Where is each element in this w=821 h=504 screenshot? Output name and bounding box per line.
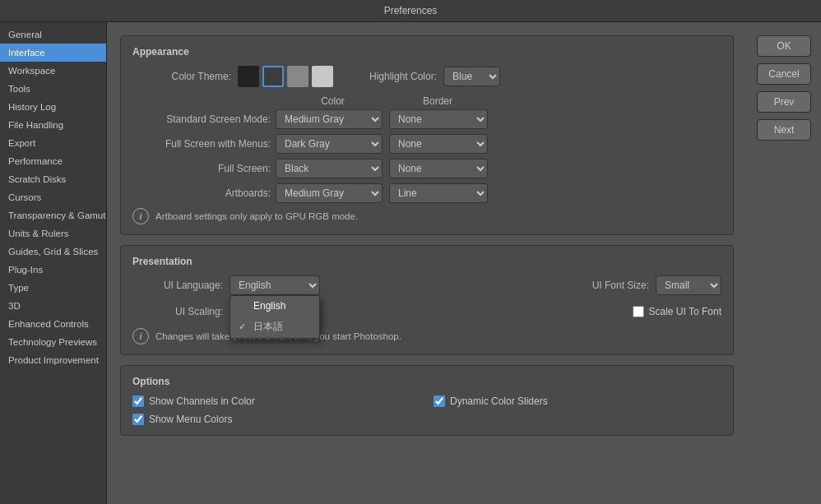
color-theme-label: Color Theme: — [132, 71, 231, 82]
screen-mode-border-standard[interactable]: None Line Drop Shadow — [389, 109, 488, 129]
right-buttons-panel: OK Cancel Prev Next — [747, 22, 821, 504]
presentation-section: Presentation UI Language: English 日本語 — [120, 245, 734, 355]
next-button[interactable]: Next — [757, 119, 811, 141]
screen-mode-color-fullscreen-menus[interactable]: Medium Gray Dark Gray Black Custom Color — [276, 134, 383, 154]
theme-swatch-medium[interactable] — [287, 66, 308, 87]
sidebar-item-guides-grid-slices[interactable]: Guides, Grid & Slices — [0, 243, 106, 261]
highlight-color-row: Highlight Color: Blue Red Green Yellow P… — [369, 67, 500, 86]
highlight-color-label: Highlight Color: — [369, 71, 437, 82]
presentation-info-row: i Changes will take effect the next time… — [132, 328, 721, 344]
sidebar: General Interface Workspace Tools Histor… — [0, 22, 107, 504]
screen-mode-border-fullscreen[interactable]: None Line Drop Shadow — [389, 159, 488, 178]
appearance-info-text: Artboard settings only apply to GPU RGB … — [155, 211, 358, 221]
screen-mode-label-fullscreen-menus: Full Screen with Menus: — [132, 138, 271, 150]
theme-swatch-medium-dark[interactable] — [262, 66, 284, 87]
show-menu-colors-item: Show Menu Colors — [132, 414, 420, 425]
sidebar-item-units-rulers[interactable]: Units & Rulers — [0, 224, 106, 243]
col-header-color: Color — [277, 95, 388, 107]
title-bar: Preferences — [0, 0, 821, 22]
sidebar-item-type[interactable]: Type — [0, 279, 106, 297]
prev-button[interactable]: Prev — [757, 91, 811, 113]
cancel-button[interactable]: Cancel — [757, 63, 811, 85]
ui-language-select[interactable]: English 日本語 — [230, 275, 320, 295]
sidebar-item-workspace[interactable]: Workspace — [0, 62, 106, 80]
theme-swatch-light[interactable] — [312, 66, 333, 87]
show-channels-color-label[interactable]: Show Channels in Color — [149, 395, 255, 407]
screen-mode-row-fullscreen: Full Screen: Medium Gray Dark Gray Black… — [132, 159, 721, 178]
sidebar-item-cursors[interactable]: Cursors — [0, 188, 106, 206]
ok-button[interactable]: OK — [757, 35, 811, 57]
sidebar-item-performance[interactable]: Performance — [0, 152, 106, 170]
ui-scaling-label: UI Scaling: — [132, 306, 223, 317]
col-header-border: Border — [388, 95, 487, 107]
screen-mode-label-standard: Standard Screen Mode: — [132, 113, 271, 125]
highlight-color-select[interactable]: Blue Red Green Yellow Purple — [443, 67, 500, 86]
options-section: Options Show Channels in Color Dynamic C… — [120, 365, 734, 436]
ui-language-label: UI Language: — [132, 280, 223, 291]
show-menu-colors-checkbox[interactable] — [132, 414, 144, 425]
screen-mode-border-fullscreen-menus[interactable]: None Line Drop Shadow — [389, 134, 488, 154]
language-option-japanese[interactable]: ✓ 日本語 — [230, 316, 319, 338]
language-dropdown-popup[interactable]: English ✓ 日本語 — [230, 295, 320, 339]
sidebar-item-transparency-gamut[interactable]: Transparency & Gamut — [0, 206, 106, 224]
options-checkboxes: Show Channels in Color Dynamic Color Sli… — [132, 395, 721, 425]
screen-mode-border-artboards[interactable]: None Line Drop Shadow — [389, 183, 488, 203]
sidebar-item-plug-ins[interactable]: Plug-Ins — [0, 261, 106, 279]
color-theme-row: Color Theme: Highlight Color: Blue Red G… — [132, 66, 721, 87]
ui-font-size-select[interactable]: Small Medium Large — [656, 275, 721, 295]
window-title: Preferences — [384, 5, 438, 16]
screen-mode-color-artboards[interactable]: Medium Gray Dark Gray Black Custom Color — [276, 183, 383, 203]
sidebar-item-product-improvement[interactable]: Product Improvement — [0, 351, 106, 369]
ui-font-size-label: UI Font Size: — [592, 280, 649, 291]
ui-language-dropdown-container: English 日本語 English ✓ 日本語 — [230, 275, 320, 295]
sidebar-item-general[interactable]: General — [0, 25, 106, 44]
sidebar-item-3d[interactable]: 3D — [0, 297, 106, 315]
show-channels-color-item: Show Channels in Color — [132, 395, 420, 407]
language-label-english: English — [253, 300, 285, 312]
theme-swatch-dark[interactable] — [238, 66, 259, 87]
sidebar-item-technology-previews[interactable]: Technology Previews — [0, 333, 106, 351]
dynamic-color-sliders-checkbox[interactable] — [434, 395, 445, 407]
screen-mode-row-fullscreen-menus: Full Screen with Menus: Medium Gray Dark… — [132, 134, 721, 154]
scale-ui-to-font-checkbox[interactable] — [633, 306, 644, 317]
appearance-info-row: i Artboard settings only apply to GPU RG… — [132, 208, 721, 224]
sidebar-item-export[interactable]: Export — [0, 134, 106, 152]
screen-mode-color-standard[interactable]: Medium Gray Dark Gray Black Custom Color — [276, 109, 383, 129]
info-icon-appearance: i — [132, 208, 149, 224]
presentation-title: Presentation — [132, 256, 721, 267]
info-icon-presentation: i — [132, 328, 149, 344]
sidebar-item-tools[interactable]: Tools — [0, 80, 106, 98]
appearance-title: Appearance — [132, 46, 721, 58]
screen-mode-row-artboards: Artboards: Medium Gray Dark Gray Black C… — [132, 183, 721, 203]
sidebar-item-history-log[interactable]: History Log — [0, 98, 106, 116]
options-title: Options — [132, 376, 721, 387]
sidebar-item-enhanced-controls[interactable]: Enhanced Controls — [0, 315, 106, 333]
sidebar-item-interface[interactable]: Interface — [0, 44, 106, 62]
screen-mode-row-standard: Standard Screen Mode: Medium Gray Dark G… — [132, 109, 721, 129]
appearance-section: Appearance Color Theme: Highlight Color:… — [120, 35, 734, 235]
screen-mode-color-fullscreen[interactable]: Medium Gray Dark Gray Black Custom Color — [276, 159, 383, 178]
language-label-japanese: 日本語 — [253, 320, 283, 334]
content-area: Appearance Color Theme: Highlight Color:… — [107, 22, 747, 504]
screen-mode-label-artboards: Artboards: — [132, 187, 271, 199]
language-option-english[interactable]: English — [230, 296, 319, 316]
scale-ui-to-font-label[interactable]: Scale UI To Font — [649, 306, 722, 317]
sidebar-item-scratch-disks[interactable]: Scratch Disks — [0, 170, 106, 188]
show-channels-color-checkbox[interactable] — [132, 395, 144, 407]
check-mark-japanese: ✓ — [239, 321, 248, 332]
screen-mode-label-fullscreen: Full Screen: — [132, 163, 271, 174]
show-menu-colors-label[interactable]: Show Menu Colors — [149, 414, 232, 425]
sidebar-item-file-handling[interactable]: File Handling — [0, 116, 106, 134]
dynamic-color-sliders-label[interactable]: Dynamic Color Sliders — [450, 395, 548, 407]
dynamic-color-sliders-item: Dynamic Color Sliders — [434, 395, 721, 407]
